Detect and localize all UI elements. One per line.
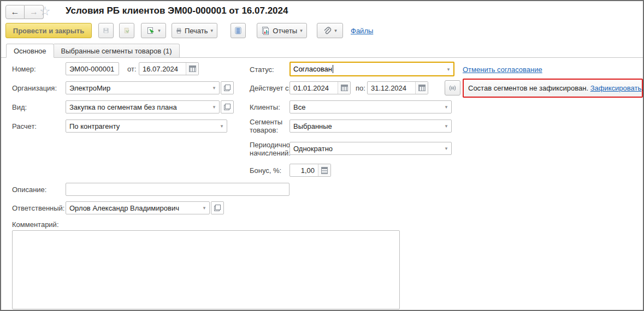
organization-field[interactable]: ЭлектроМир ▾ (66, 81, 220, 94)
attachments-button[interactable]: ▾ (317, 23, 343, 38)
document-date-value: 16.07.2024 (139, 63, 186, 75)
clients-label: Клиенты: (250, 103, 280, 111)
responsible-label: Ответственный: (12, 204, 64, 212)
responsible-value: Орлов Александр Владимирович (66, 202, 199, 214)
status-input[interactable]: Согласован ▾ (289, 62, 454, 76)
save-button[interactable] (98, 23, 114, 38)
calendar-icon (341, 85, 348, 91)
open-icon (224, 104, 231, 110)
periodicity-field[interactable]: Однократно ▾ (289, 142, 452, 155)
cancel-approval-link[interactable]: Отменить согласование (463, 65, 542, 74)
post-and-close-button[interactable]: Провести и закрыть (5, 23, 92, 38)
calculation-field[interactable]: По контрагенту ▾ (66, 119, 227, 133)
segments-field[interactable]: Выбранные ▾ (289, 119, 452, 133)
calendar-icon (418, 85, 426, 91)
register-records-icon (235, 26, 241, 35)
clients-value: Все (290, 101, 441, 113)
kind-open-button[interactable] (221, 100, 234, 113)
bonus-value: 1,00 (290, 164, 318, 176)
bonus-label: Бонус, %: (250, 166, 281, 175)
post-document-icon (123, 26, 130, 35)
periodicity-value: Однократно (290, 142, 441, 154)
back-icon: ← (11, 7, 20, 17)
segments-value: Выбранные (290, 120, 441, 132)
clients-field[interactable]: Все ▾ (289, 100, 452, 113)
number-date-label: от: (127, 65, 137, 73)
document-date-field[interactable]: 16.07.2024 (139, 62, 199, 75)
responsible-field[interactable]: Орлов Александр Владимирович ▾ (66, 201, 210, 214)
combo-arrow-icon[interactable]: ▾ (441, 120, 451, 132)
report-icon (261, 26, 270, 35)
calendar-button[interactable] (186, 63, 198, 75)
fix-link[interactable]: Зафиксировать (590, 84, 642, 92)
printer-icon (176, 27, 182, 35)
calendar-icon (189, 65, 196, 72)
open-icon (214, 205, 221, 211)
organization-value: ЭлектроМир (66, 82, 209, 94)
status-value: Согласован (293, 65, 332, 73)
create-based-on-icon (146, 26, 155, 35)
paperclip-icon (323, 26, 332, 35)
valid-from-value: 01.01.2024 (290, 82, 338, 94)
print-label: Печать (185, 27, 208, 35)
comment-input[interactable] (12, 230, 400, 309)
fix-notice-suffix: . (641, 84, 643, 92)
tab-main[interactable]: Основное (6, 44, 54, 58)
reports-label: Отчеты (273, 27, 297, 35)
responsible-open-button[interactable] (211, 201, 224, 214)
fix-notice: Состав сегментов не зафиксирован. Зафикс… (463, 79, 643, 98)
combo-arrow-icon[interactable]: ▾ (209, 82, 219, 94)
valid-from-label: Действует с: (250, 84, 291, 92)
calendar-button[interactable] (415, 82, 428, 94)
organization-label: Организация: (12, 84, 57, 92)
calculator-button[interactable] (318, 164, 330, 176)
valid-to-field[interactable]: 31.12.2024 (367, 81, 428, 94)
number-input[interactable] (66, 62, 119, 75)
kind-field[interactable]: Закупка по сегментам без плана ▾ (66, 100, 220, 113)
comment-label: Комментарий: (12, 220, 59, 229)
number-label: Номер: (12, 65, 36, 73)
combo-arrow-icon[interactable]: ▾ (217, 120, 227, 132)
favorite-star-icon[interactable]: ☆ (39, 4, 51, 19)
files-link[interactable]: Файлы (351, 27, 373, 35)
tab-bar: Основное Выбранные сегменты товаров (1) (1, 44, 643, 58)
fix-notice-text: Состав сегментов не зафиксирован. (468, 84, 588, 92)
dropdown-icon: ▾ (158, 28, 161, 33)
document-window: ← → ☆ Условия РБ клиентов ЭМ00-000001 от… (0, 0, 644, 311)
calendar-button[interactable] (338, 82, 350, 94)
period-button[interactable] (445, 80, 460, 95)
combo-arrow-icon[interactable]: ▾ (444, 63, 453, 75)
page-title: Условия РБ клиентов ЭМ00-000001 от 16.07… (66, 5, 288, 16)
open-icon (224, 85, 231, 91)
tab-selected-segments[interactable]: Выбранные сегменты товаров (1) (54, 44, 180, 58)
periodicity-label: Периодичность начислений: (250, 141, 291, 157)
bonus-input[interactable]: 1,00 (289, 164, 331, 177)
dropdown-icon: ▾ (334, 28, 337, 33)
status-label: Статус: (250, 65, 274, 74)
text-cursor (333, 65, 333, 73)
kind-label: Вид: (12, 103, 27, 111)
print-button[interactable]: Печать ▾ (172, 23, 217, 38)
combo-arrow-icon[interactable]: ▾ (441, 142, 451, 154)
segments-label: Сегменты товаров: (250, 118, 288, 134)
description-label: Описание: (12, 186, 46, 194)
calculation-value: По контрагенту (66, 120, 217, 132)
kind-value: Закупка по сегментам без плана (66, 101, 209, 113)
create-based-on-button[interactable]: ▾ (141, 23, 166, 38)
combo-arrow-icon[interactable]: ▾ (199, 202, 209, 214)
nav-back-button[interactable]: ← (5, 5, 25, 19)
dropdown-icon: ▾ (210, 28, 213, 33)
organization-open-button[interactable] (221, 81, 234, 94)
valid-to-label: по: (356, 84, 365, 92)
valid-to-value: 31.12.2024 (368, 82, 415, 94)
calculation-label: Расчет: (12, 122, 37, 130)
combo-arrow-icon[interactable]: ▾ (209, 101, 219, 113)
calculator-icon (321, 167, 328, 174)
reports-button[interactable]: Отчеты ▾ (257, 23, 307, 38)
combo-arrow-icon[interactable]: ▾ (441, 101, 451, 113)
valid-from-field[interactable]: 01.01.2024 (289, 81, 351, 94)
register-records-button[interactable] (231, 23, 246, 38)
dropdown-icon: ▾ (300, 28, 303, 33)
post-document-button[interactable] (119, 23, 134, 38)
description-input[interactable] (66, 183, 289, 196)
